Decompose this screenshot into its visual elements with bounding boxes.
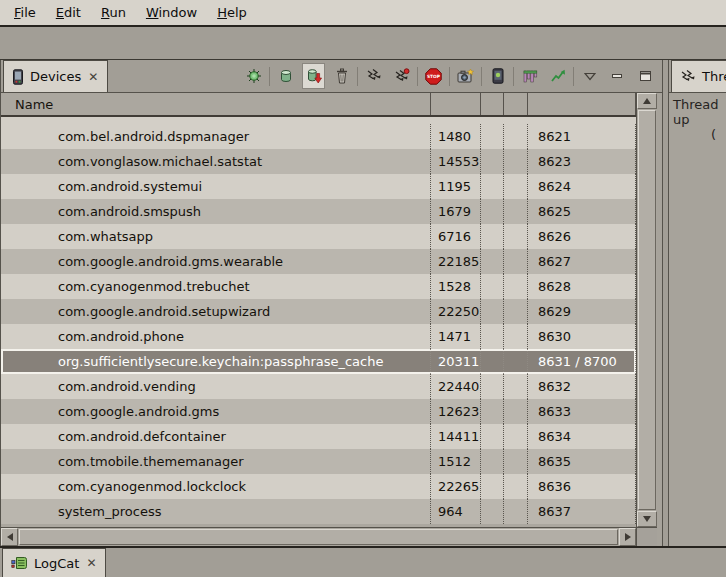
horizontal-scroll-track[interactable] bbox=[18, 528, 619, 546]
cell-debug-port: 8635 bbox=[528, 449, 636, 474]
threads-message-line2: ( bbox=[711, 127, 726, 142]
table-row[interactable]: com.google.android.gms.wearable 22185 86… bbox=[1, 249, 636, 274]
vertical-scroll-track[interactable] bbox=[637, 109, 657, 511]
heap-cylinder-icon bbox=[278, 68, 294, 84]
horizontal-scroll-thumb[interactable] bbox=[19, 529, 618, 545]
cell-debug-port: 8633 bbox=[528, 399, 636, 424]
horizontal-scrollbar[interactable] bbox=[1, 527, 636, 546]
camera-icon bbox=[457, 68, 474, 84]
dump-hprof-button[interactable] bbox=[302, 63, 325, 89]
vertical-scrollbar[interactable] bbox=[636, 93, 657, 546]
tracer-arrow-icon bbox=[550, 68, 566, 84]
cell-empty-1 bbox=[481, 124, 504, 149]
column-header-empty-1[interactable] bbox=[481, 93, 504, 115]
cell-empty-2 bbox=[504, 349, 528, 374]
cell-empty-1 bbox=[481, 449, 504, 474]
cell-empty-1 bbox=[481, 499, 504, 524]
cell-debug-port: 8632 bbox=[528, 374, 636, 399]
menu-item-help[interactable]: Help bbox=[207, 1, 257, 24]
toolbar-separator bbox=[449, 67, 450, 86]
menu-item-run[interactable]: Run bbox=[91, 1, 136, 24]
threads-message-line1: Thread up bbox=[673, 97, 726, 127]
update-heap-button[interactable] bbox=[274, 63, 297, 89]
toolbar-separator bbox=[481, 67, 482, 86]
table-row[interactable]: com.android.defcontainer 14411 8634 bbox=[1, 424, 636, 449]
table-row[interactable]: com.whatsapp 6716 8626 bbox=[1, 224, 636, 249]
threads-view: Threads Thread up ( bbox=[669, 60, 726, 546]
minimize-button[interactable] bbox=[606, 63, 629, 89]
toolbar-separator bbox=[357, 67, 358, 86]
scroll-up-button[interactable] bbox=[637, 93, 657, 109]
cause-gc-button[interactable] bbox=[330, 63, 353, 89]
menu-item-window[interactable]: Window bbox=[136, 1, 207, 24]
menu-item-file[interactable]: File bbox=[4, 1, 46, 24]
cell-pid: 1528 bbox=[431, 274, 481, 299]
menu-item-edit[interactable]: Edit bbox=[46, 1, 91, 24]
screen-capture-button[interactable] bbox=[454, 63, 477, 89]
scroll-left-button[interactable] bbox=[1, 528, 18, 546]
scroll-down-button[interactable] bbox=[637, 511, 657, 527]
toolbar-separator bbox=[269, 67, 270, 86]
toolbar-separator bbox=[513, 67, 514, 86]
devices-tabbar: Devices ✕ bbox=[1, 60, 662, 93]
toolbar-separator bbox=[573, 67, 574, 86]
threads-tab-label: Threads bbox=[702, 69, 726, 84]
maximize-button[interactable] bbox=[634, 63, 657, 89]
table-row[interactable]: com.google.android.setupwizard 22250 862… bbox=[1, 299, 636, 324]
table-row[interactable]: com.android.phone 1471 8630 bbox=[1, 324, 636, 349]
cell-empty-2 bbox=[504, 374, 528, 399]
table-row[interactable]: com.android.vending 22440 8632 bbox=[1, 374, 636, 399]
table-row[interactable]: system_process 964 8637 bbox=[1, 499, 636, 524]
table-row[interactable]: com.cyanogenmod.lockclock 22265 8636 bbox=[1, 474, 636, 499]
table-row[interactable]: com.android.smspush 1679 8625 bbox=[1, 199, 636, 224]
cell-pid: 964 bbox=[431, 499, 481, 524]
logcat-tab-close-icon[interactable]: ✕ bbox=[85, 556, 97, 570]
column-header-port[interactable] bbox=[528, 93, 636, 115]
scrollbar-corner bbox=[637, 527, 657, 546]
cell-empty-1 bbox=[481, 324, 504, 349]
devices-tab-close-icon[interactable]: ✕ bbox=[87, 70, 99, 84]
main-area: Devices ✕ bbox=[0, 60, 726, 546]
column-header-name[interactable]: Name bbox=[1, 93, 431, 115]
device-screen-button[interactable] bbox=[486, 63, 509, 89]
cell-empty-2 bbox=[504, 124, 528, 149]
table-row[interactable]: com.cyanogenmod.trebuchet 1528 8628 bbox=[1, 274, 636, 299]
cell-process-name: com.google.android.gms.wearable bbox=[1, 249, 431, 274]
devices-tab[interactable]: Devices ✕ bbox=[3, 60, 108, 92]
cell-empty-2 bbox=[504, 324, 528, 349]
cell-process-name: com.vonglasow.michael.satstat bbox=[1, 149, 431, 174]
table-row[interactable]: com.bel.android.dspmanager 1480 8621 bbox=[1, 124, 636, 149]
cell-empty-1 bbox=[481, 174, 504, 199]
cell-debug-port: 8637 bbox=[528, 499, 636, 524]
cell-empty-2 bbox=[504, 274, 528, 299]
vertical-scroll-thumb[interactable] bbox=[638, 110, 656, 510]
tracer-button[interactable] bbox=[546, 63, 569, 89]
minimize-icon bbox=[611, 70, 624, 82]
table-row[interactable]: com.vonglasow.michael.satstat 14553 8623 bbox=[1, 149, 636, 174]
table-row[interactable]: com.android.systemui 1195 8624 bbox=[1, 174, 636, 199]
toolbar-separator bbox=[417, 67, 418, 86]
devices-toolbar: STOP bbox=[242, 60, 662, 92]
method-profiling-icon bbox=[394, 68, 410, 84]
table-row[interactable]: org.sufficientlysecure.keychain:passphra… bbox=[1, 349, 636, 374]
cell-empty-1 bbox=[481, 474, 504, 499]
stop-process-button[interactable]: STOP bbox=[422, 63, 445, 89]
debug-attach-button[interactable] bbox=[242, 63, 265, 89]
table-row[interactable]: com.tmobile.thememanager 1512 8635 bbox=[1, 449, 636, 474]
hierarchy-view-button[interactable] bbox=[518, 63, 541, 89]
logcat-tab[interactable]: LogCat ✕ bbox=[2, 548, 106, 577]
update-threads-button[interactable] bbox=[362, 63, 385, 89]
cell-empty-1 bbox=[481, 374, 504, 399]
start-method-profiling-button[interactable] bbox=[390, 63, 413, 89]
devices-view: Devices ✕ bbox=[0, 60, 662, 546]
svg-text:STOP: STOP bbox=[427, 74, 441, 79]
view-menu-button[interactable] bbox=[578, 63, 601, 89]
table-row[interactable]: com.google.android.gms 12623 8633 bbox=[1, 399, 636, 424]
panel-sash[interactable] bbox=[662, 60, 669, 546]
cell-process-name: system_process bbox=[1, 499, 431, 524]
column-header-empty-2[interactable] bbox=[504, 93, 528, 115]
device-table-zone: Name com.bel.android.dspmanager 1480 862… bbox=[1, 93, 662, 546]
column-header-pid[interactable] bbox=[431, 93, 481, 115]
threads-tab[interactable]: Threads bbox=[671, 60, 726, 92]
scroll-right-button[interactable] bbox=[619, 528, 636, 546]
